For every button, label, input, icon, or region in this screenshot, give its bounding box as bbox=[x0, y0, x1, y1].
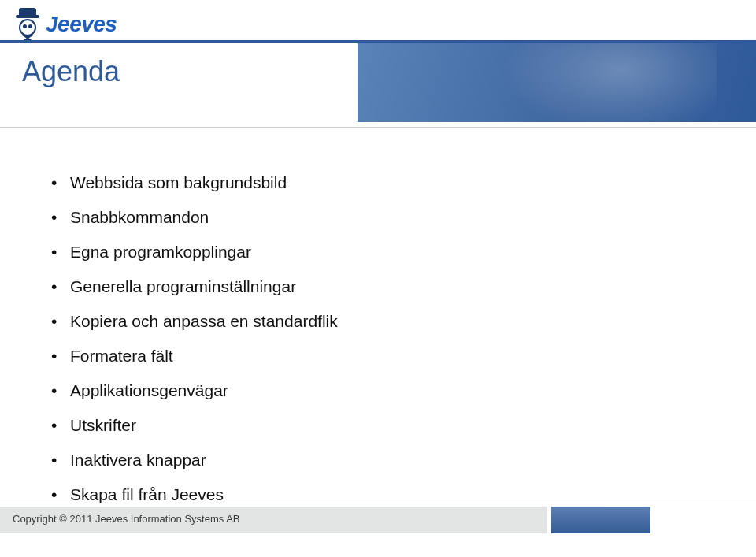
list-item: Inaktivera knappar bbox=[51, 451, 338, 470]
header: Jeeves bbox=[0, 0, 756, 43]
list-item: Egna programkopplingar bbox=[51, 243, 338, 262]
list-item: Applikationsgenvägar bbox=[51, 381, 338, 400]
content-area: Webbsida som bakgrundsbild Snabbkommando… bbox=[51, 173, 338, 520]
title-band: Agenda bbox=[0, 43, 756, 122]
brand-name: Jeeves bbox=[46, 12, 117, 37]
list-item: Formatera fält bbox=[51, 347, 338, 366]
list-item: Webbsida som bakgrundsbild bbox=[51, 173, 338, 192]
logo: Jeeves bbox=[16, 8, 117, 41]
copyright-text: Copyright © 2011 Jeeves Information Syst… bbox=[13, 513, 240, 525]
jeeves-mascot-icon bbox=[16, 8, 41, 41]
footer: Copyright © 2011 Jeeves Information Syst… bbox=[0, 507, 756, 533]
list-item: Snabbkommandon bbox=[51, 208, 338, 227]
footer-blue-bar bbox=[551, 507, 650, 533]
list-item: Kopiera och anpassa en standardflik bbox=[51, 312, 338, 331]
list-item: Generella programinställningar bbox=[51, 277, 338, 296]
list-item: Utskrifter bbox=[51, 416, 338, 435]
footer-divider bbox=[0, 503, 756, 503]
title-background-image bbox=[358, 43, 756, 122]
slide: Jeeves Agenda Webbsida som bakgrundsbild… bbox=[0, 0, 756, 557]
list-item: Skapa fil från Jeeves bbox=[51, 485, 338, 504]
content-divider bbox=[0, 127, 756, 128]
agenda-list: Webbsida som bakgrundsbild Snabbkommando… bbox=[51, 173, 338, 504]
page-title: Agenda bbox=[22, 55, 120, 88]
